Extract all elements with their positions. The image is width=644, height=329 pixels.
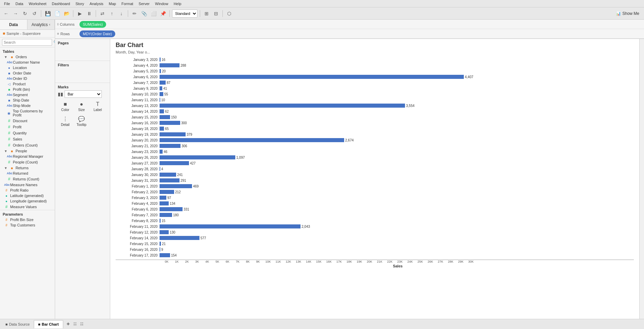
orders-section-header[interactable]: ▼ ■ Orders: [0, 54, 55, 60]
tooltip-button[interactable]: ⬜: [149, 9, 158, 18]
bar-fill[interactable]: [160, 155, 235, 159]
bar-fill[interactable]: [160, 144, 181, 148]
field-segment[interactable]: Abc Segment: [0, 92, 55, 97]
field-regional-manager[interactable]: Abc Regional Manager: [0, 154, 55, 159]
new-button[interactable]: 📄: [53, 9, 61, 18]
bar-fill[interactable]: [160, 161, 189, 165]
bar-fill[interactable]: [160, 63, 180, 67]
bar-fill[interactable]: [160, 184, 192, 188]
field-measure-names[interactable]: Abc Measure Names: [0, 182, 55, 188]
standard-dropdown[interactable]: Standard: [172, 9, 197, 18]
bar-fill[interactable]: [160, 69, 161, 73]
bar-fill[interactable]: [160, 196, 166, 200]
returns-collapse[interactable]: ▼: [4, 166, 7, 170]
bar-fill[interactable]: [160, 81, 166, 85]
bar-fill[interactable]: [160, 75, 464, 79]
field-profit[interactable]: # Profit: [0, 124, 55, 130]
field-people-count[interactable]: # People (Count): [0, 159, 55, 165]
field-profit-bin[interactable]: ■ Profit (bin): [0, 87, 55, 92]
field-location[interactable]: ● Location: [0, 65, 55, 70]
field-top-customers[interactable]: ◉ Top Customers by Profit: [0, 108, 55, 118]
bar-fill[interactable]: [160, 224, 301, 228]
highlight-button[interactable]: ✏: [130, 9, 139, 18]
field-returns-count[interactable]: # Returns (Count): [0, 176, 55, 182]
bar-fill[interactable]: [160, 150, 163, 154]
menu-item-help[interactable]: Help: [171, 1, 184, 6]
bar-fill[interactable]: [160, 201, 169, 205]
field-discount[interactable]: # Discount: [0, 118, 55, 124]
columns-pill[interactable]: SUM(Sales): [79, 21, 106, 28]
bar-fill[interactable]: [160, 132, 186, 136]
bar-fill[interactable]: [160, 173, 176, 177]
bar-fill[interactable]: [160, 242, 161, 246]
forward-button[interactable]: →: [11, 9, 20, 18]
redo-button[interactable]: ↺: [30, 9, 39, 18]
bar-fill[interactable]: [160, 190, 174, 194]
menu-item-map[interactable]: Map: [106, 1, 119, 6]
bar-fill[interactable]: [160, 138, 344, 142]
bar-fill[interactable]: [160, 247, 160, 251]
table-view-button[interactable]: ⊟: [212, 9, 220, 18]
field-orders-count[interactable]: # Orders (Count): [0, 142, 55, 148]
field-profit-bin-size[interactable]: # Profit Bin Size: [0, 217, 55, 222]
menu-item-story[interactable]: Story: [73, 1, 87, 6]
bar-fill[interactable]: [160, 178, 180, 182]
orders-collapse[interactable]: ▼: [4, 55, 7, 59]
search-input[interactable]: [2, 39, 52, 46]
field-ship-mode[interactable]: Abc Ship Mode: [0, 103, 55, 108]
menu-item-server[interactable]: Server: [136, 1, 152, 6]
menu-item-analysis[interactable]: Analysis: [87, 1, 106, 6]
menu-item-worksheet[interactable]: Worksheet: [26, 1, 49, 6]
open-button[interactable]: 📂: [63, 9, 71, 18]
tooltip-button[interactable]: 💬 Tooltip: [74, 114, 89, 128]
returns-section-header[interactable]: ▼ ■ Returns: [0, 165, 55, 171]
analytics-tab[interactable]: Analytics ‹: [27, 20, 55, 29]
bar-fill[interactable]: [160, 104, 405, 108]
sort-asc-button[interactable]: ↑: [108, 9, 116, 18]
bar-fill[interactable]: [160, 127, 164, 131]
label-button[interactable]: T Label: [90, 100, 105, 113]
undo-button[interactable]: ↻: [21, 9, 29, 18]
marks-type-dropdown[interactable]: Bar: [65, 90, 102, 98]
bar-fill[interactable]: [160, 121, 180, 125]
menu-item-format[interactable]: Format: [119, 1, 136, 6]
data-tab[interactable]: Data: [0, 20, 27, 29]
pause-button[interactable]: ⏸: [85, 9, 93, 18]
sort-desc-button[interactable]: ↓: [117, 9, 125, 18]
sort-sheets-button[interactable]: ☷: [79, 321, 85, 327]
people-section-header[interactable]: ▼ ■ People: [0, 148, 55, 154]
field-profit-ratio[interactable]: # Profit Ratio: [0, 188, 55, 193]
color-button[interactable]: ■ Color: [58, 100, 73, 113]
bar-fill[interactable]: [160, 230, 169, 234]
bar-fill[interactable]: [160, 86, 162, 90]
field-product[interactable]: ◁ Product: [0, 81, 55, 87]
detail-button[interactable]: ⋮ Detail: [58, 114, 73, 128]
field-customer-name[interactable]: Abc Customer Name: [0, 60, 55, 65]
bar-chart-tab[interactable]: ■ Bar Chart: [34, 320, 63, 328]
add-sheet-button[interactable]: ✚: [65, 321, 71, 327]
bar-fill[interactable]: [160, 236, 199, 240]
bar-fill[interactable]: [160, 98, 160, 102]
field-returned[interactable]: Abc Returned: [0, 171, 55, 176]
menu-item-window[interactable]: Window: [152, 1, 171, 6]
duplicate-sheet-button[interactable]: ☷: [72, 321, 78, 327]
bar-fill[interactable]: [160, 167, 160, 171]
field-ship-date[interactable]: ■ Ship Date: [0, 97, 55, 103]
field-measure-values[interactable]: # Measure Values: [0, 204, 55, 210]
field-sales[interactable]: # Sales: [0, 136, 55, 142]
save-button[interactable]: 💾: [44, 9, 52, 18]
share-button[interactable]: ⬡: [225, 9, 233, 18]
swap-button[interactable]: ⇄: [98, 9, 106, 18]
bar-fill[interactable]: [160, 253, 170, 257]
field-top-customers-param[interactable]: # Top Customers: [0, 222, 55, 228]
bar-fill[interactable]: [160, 219, 161, 223]
bar-fill[interactable]: [160, 207, 183, 211]
menu-item-data[interactable]: Data: [13, 1, 26, 6]
size-button[interactable]: ● Size: [74, 100, 89, 113]
data-source-tab[interactable]: ■ Data Source: [2, 320, 33, 328]
back-button[interactable]: ←: [2, 9, 10, 18]
field-order-date[interactable]: ■ Order Date: [0, 70, 55, 76]
present-button[interactable]: ▶: [76, 9, 84, 18]
pin-button[interactable]: 📌: [159, 9, 167, 18]
bar-fill[interactable]: [160, 58, 161, 62]
